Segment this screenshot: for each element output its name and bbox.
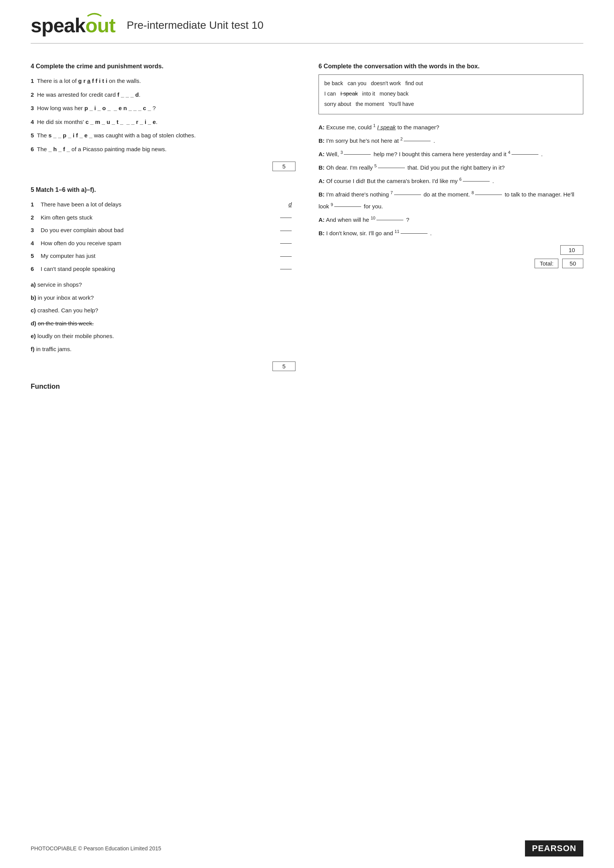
logo: speak out: [31, 15, 115, 35]
match-letter: e): [31, 333, 36, 339]
section4-item-5: 5 The s _ _ p _ i f _ e _ was caught wit…: [31, 130, 295, 140]
section4-score-box: 5: [31, 162, 295, 171]
section5-items: 1 There have been a lot of delays d 2 Ki…: [31, 200, 295, 274]
logo-out-text: out: [85, 14, 115, 36]
dialogue-line-a3: A: Of course I did! But the camera's bro…: [319, 175, 583, 187]
speaker-a: A:: [319, 124, 325, 130]
dialogue-line-a4: A: And when will he 10 ?: [319, 214, 583, 226]
item-num: 5: [31, 132, 34, 139]
section6-score-box: 10: [319, 245, 583, 255]
content-area: 4 Complete the crime and punishment word…: [31, 63, 583, 391]
section5-item-3: 3 Do you ever complain about bad: [31, 225, 295, 235]
speaker-b: B:: [319, 230, 325, 236]
dialogue: A: Excuse me, could 1 I speak to the man…: [319, 121, 583, 239]
section5-item-5: 5 My computer has just: [31, 251, 295, 261]
speaker-a: A:: [319, 151, 325, 157]
item-num: 2: [31, 213, 38, 223]
logo-out-container: out: [85, 15, 115, 35]
sup-3: 3: [340, 150, 343, 155]
logo-speak: speak: [31, 15, 85, 35]
section5-score-box: 5: [31, 361, 295, 371]
match-letter: d): [31, 320, 36, 327]
blank-3: [344, 154, 371, 155]
sup-2: 2: [400, 137, 403, 141]
total-label: Total:: [535, 259, 558, 268]
section4-item-6: 6 The _ h _ f _ of a Picasso painting ma…: [31, 144, 295, 154]
section4-item-3: 3 How long was her p _ i _ o _ _ e n _ _…: [31, 103, 295, 113]
match-a: a) service in shops?: [31, 280, 295, 290]
footer-copyright: PHOTOCOPIABLE © Pearson Education Limite…: [31, 845, 161, 851]
sup-6: 6: [459, 177, 462, 182]
item-num: 2: [31, 91, 34, 98]
dialogue-line-b4: B: I don't know, sir. I'll go and 11 .: [319, 227, 583, 239]
speaker-b: B:: [319, 164, 325, 171]
match-letter: c): [31, 307, 36, 314]
logo-arc-icon: [87, 12, 102, 17]
blank-11: [401, 233, 427, 234]
pearson-logo: PEARSON: [525, 840, 583, 856]
section5-score: 5: [272, 361, 295, 371]
sup-11: 11: [394, 229, 399, 234]
fill-answer: I speak: [377, 124, 396, 130]
item-text: My computer has just: [41, 251, 276, 261]
section4-item-1: 1 There is a lot of g r a f f i t i on t…: [31, 76, 295, 86]
fill-word: p _ i _ o _ _ e n _ _ _ c _: [84, 105, 151, 111]
blank-9: [334, 206, 361, 207]
function-section: Function: [31, 383, 295, 391]
total-score: 50: [562, 259, 583, 268]
section6: 6 Complete the conversation with the wor…: [319, 63, 583, 268]
match-d: d) on the train this week.: [31, 318, 295, 328]
sup-5: 5: [374, 163, 376, 168]
item-answer: [276, 251, 295, 261]
item-num: 3: [31, 105, 34, 111]
fill-word: c _ m _ u _ t _ _ _ r _ i _ e: [86, 119, 156, 125]
section4-item-2: 2 He was arrested for credit card f _ _ …: [31, 90, 295, 100]
item-answer: [276, 225, 295, 235]
speaker-a: A:: [319, 216, 325, 223]
item-num: 5: [31, 251, 38, 261]
blank-4: [512, 154, 538, 155]
section6-heading: 6 Complete the conversation with the wor…: [319, 63, 583, 70]
dialogue-line-b1: B: I'm sorry but he's not here at 2 .: [319, 135, 583, 147]
match-c: c) crashed. Can you help?: [31, 305, 295, 315]
fill-word: g r a f f i t i: [78, 78, 107, 84]
sup-8: 8: [472, 190, 474, 195]
fill-word: f _ _ _ d: [117, 91, 139, 98]
item-num: 6: [31, 264, 38, 274]
sup-1: 1: [373, 123, 376, 128]
match-letter: b): [31, 294, 36, 301]
dialogue-line-b3: B: I'm afraid there's nothing 7 do at th…: [319, 188, 583, 212]
sup-9: 9: [331, 202, 333, 207]
item-text: Kim often gets stuck: [41, 213, 276, 223]
left-column: 4 Complete the crime and punishment word…: [31, 63, 295, 391]
item-num: 4: [31, 119, 34, 125]
item-answer: [276, 213, 295, 223]
blank-2: [404, 141, 431, 141]
item-text: There have been a lot of delays: [41, 200, 272, 210]
item-num: 6: [31, 146, 34, 152]
match-f: f) in traffic jams.: [31, 344, 295, 354]
item-answer: [276, 238, 295, 248]
right-column: 6 Complete the conversation with the wor…: [319, 63, 583, 391]
footer: PHOTOCOPIABLE © Pearson Education Limite…: [0, 840, 614, 856]
word-box-row-1: be back can you doesn't work find out: [324, 79, 578, 88]
match-letter: a): [31, 281, 36, 288]
blank-10: [376, 220, 403, 220]
section6-score: 10: [560, 245, 583, 255]
fill-word: _ h _ f _: [48, 146, 70, 152]
match-letter: f): [31, 346, 35, 352]
word-box: be back can you doesn't work find out I …: [319, 74, 583, 114]
blank-5: [378, 168, 405, 168]
item-num: 4: [31, 238, 38, 248]
section4-heading: 4 Complete the crime and punishment word…: [31, 63, 295, 70]
sup-4: 4: [508, 150, 510, 155]
word-box-row-2: I can I speak into it money back: [324, 89, 578, 99]
item-num: 1: [31, 78, 34, 84]
blank-6: [463, 181, 490, 182]
word-box-row-3: sorry about the moment You'll have: [324, 99, 578, 109]
item-text: How often do you receive spam: [41, 238, 276, 248]
item-answer: d: [272, 200, 295, 210]
strikethrough-text: on the train this week.: [38, 320, 94, 327]
function-heading: Function: [31, 383, 295, 391]
speaker-b: B:: [319, 191, 325, 198]
